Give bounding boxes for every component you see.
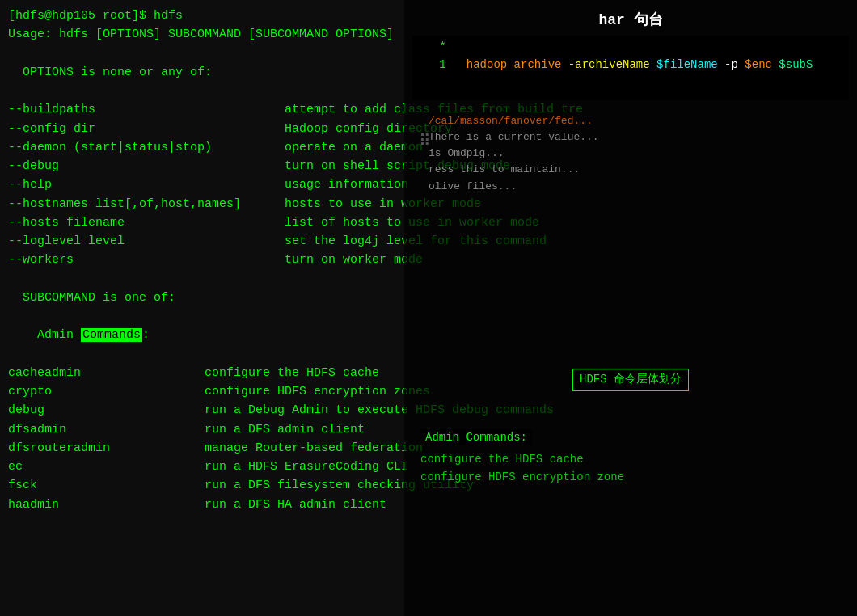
right-panel: har 句台 * 1 hadoop archive -archiveName $… (404, 0, 857, 616)
option-workers: --workers turn on worker mode (8, 253, 423, 267)
top-line1: * (419, 40, 446, 53)
prompt-line: [hdfs@hdp105 root]$ hdfs (8, 9, 183, 23)
top-code-area: * 1 hadoop archive -archiveName $fileNam… (412, 36, 849, 100)
commands-highlighted: Commands (81, 328, 142, 342)
cmd-ec: ec run a HDFS ErasureCoding CLI (8, 460, 408, 474)
top-line2: 1 hadoop archive -archiveName $fileName … (419, 58, 813, 71)
cmd-cacheadmin: cacheadmin configure the HDFS cache (8, 366, 379, 380)
admin-label: Admin (37, 328, 81, 342)
right-panel-top: har 句台 * 1 hadoop archive -archiveName $… (412, 6, 849, 112)
cmd-haadmin: haadmin run a DFS HA admin client (8, 498, 386, 512)
path-info: /cal/masson/fanover/fed... There is a cu… (428, 113, 857, 195)
hdfs-label-area: HDFS 命令层体划分 (404, 364, 857, 396)
hdfs-section-label: HDFS 命令层体划分 (572, 369, 689, 391)
cmd-crypto: crypto configure HDFS encryption zones (8, 385, 430, 399)
admin-commands-label-area: Admin Commands: (420, 428, 532, 447)
cmd-dfsadmin: dfsadmin run a DFS admin client (8, 423, 365, 437)
right-desc-2: configure HDFS encryption zone (420, 469, 624, 487)
admin-commands-right-label: Admin Commands: (420, 429, 532, 445)
option-help: --help usage information (8, 178, 408, 192)
right-desc-1: configure the HDFS cache (420, 451, 624, 469)
subcommand-header: SUBCOMMAND is one of: (8, 291, 175, 305)
options-header: OPTIONS is none or any of: (8, 65, 212, 79)
cmd-dfsrouteradmin: dfsrouteradmin manage Router-based feder… (8, 441, 423, 455)
usage-line: Usage: hdfs [OPTIONS] SUBCOMMAND [SUBCOM… (8, 27, 394, 41)
har-title: har 句台 (412, 6, 849, 32)
right-admin-desc: configure the HDFS cache configure HDFS … (420, 451, 624, 486)
option-daemon: --daemon (start|status|stop) operate on … (8, 141, 423, 154)
colon: : (142, 328, 150, 342)
option-config: --config dir Hadoop config directory (8, 122, 452, 136)
